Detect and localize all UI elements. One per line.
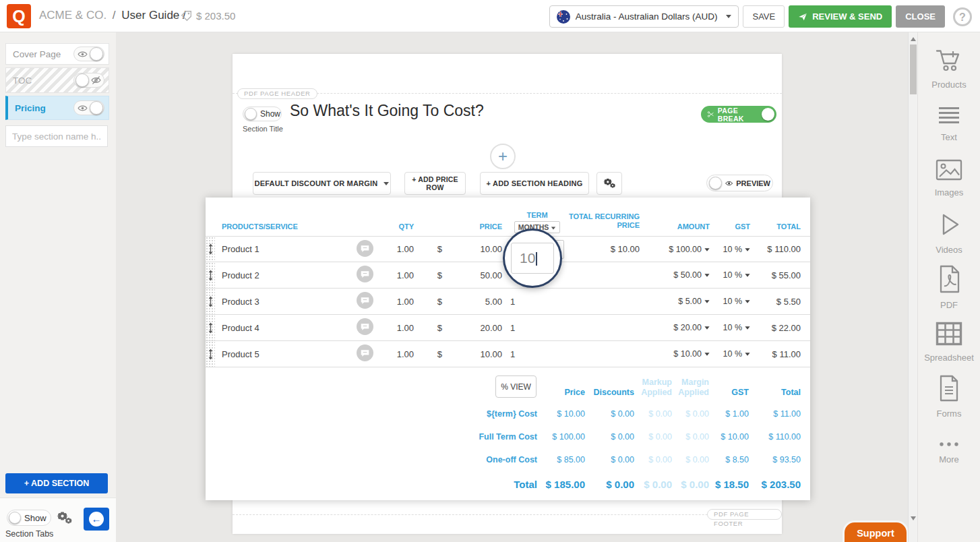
content-blocks-panel: ProductsTextImagesVideosPDFSpreadsheetFo…	[917, 32, 980, 542]
price-row: Product 31.00$5.001$ 5.0010 %$ 5.50	[206, 289, 810, 315]
scroll-up-arrow-icon[interactable]	[911, 37, 916, 41]
qty-value[interactable]: 1.00	[379, 349, 414, 359]
percent-view-button[interactable]: % VIEW	[495, 375, 537, 398]
drag-handle-icon[interactable]	[206, 262, 215, 288]
summary-column-discounts: Discounts	[585, 388, 634, 397]
comment-bubble-icon[interactable]	[350, 266, 379, 284]
visibility-toggle[interactable]	[73, 47, 104, 61]
section-tabs-toggle[interactable]: Show	[7, 510, 51, 526]
section-title[interactable]: So What's It Going To Cost?	[290, 102, 484, 120]
settings-gears-icon[interactable]	[57, 510, 73, 529]
panel-item-pdf[interactable]: PDF	[918, 260, 980, 315]
panel-item-products[interactable]: Products	[918, 42, 980, 96]
price-value[interactable]: 20.00	[446, 323, 502, 333]
summary-value: $ 110.00	[749, 432, 801, 442]
help-button[interactable]: ?	[953, 7, 972, 26]
panel-item-forms[interactable]: Forms	[918, 369, 980, 424]
page-break-toggle[interactable]: PAGE BREAK	[701, 106, 776, 123]
toggle-knob	[90, 47, 103, 61]
col-price: PRICE	[446, 222, 502, 236]
toggle-knob	[90, 101, 103, 115]
scrollbar-thumb[interactable]	[910, 44, 917, 94]
panel-item-images[interactable]: Images	[918, 151, 980, 206]
visibility-toggle[interactable]	[73, 73, 104, 88]
amount-dropdown[interactable]: $ 5.00	[640, 297, 710, 306]
new-section-name-input[interactable]	[5, 125, 108, 147]
comment-bubble-icon[interactable]	[350, 344, 379, 363]
summary-value: $ 0.00	[672, 455, 709, 464]
review-send-button[interactable]: REVIEW & SEND	[789, 5, 892, 28]
gst-dropdown[interactable]: 10 %	[710, 270, 750, 280]
sidebar-section-cover-page[interactable]: Cover Page	[5, 43, 109, 65]
summary-value: $ 100.00	[537, 432, 585, 442]
comment-bubble-icon[interactable]	[350, 240, 379, 259]
gst-dropdown[interactable]: 10 %	[710, 297, 750, 306]
drag-handle-icon[interactable]	[206, 341, 215, 367]
panel-item-text[interactable]: Text	[918, 96, 980, 151]
currency-symbol: $	[414, 349, 446, 359]
left-arrow-icon: ←	[89, 512, 104, 526]
default-discount-dropdown[interactable]: DEFAULT DISCOUNT OR MARGIN	[253, 172, 391, 195]
price-value[interactable]: 10.00	[446, 244, 502, 254]
gst-dropdown[interactable]: 10 %	[710, 245, 750, 254]
australia-flag-icon	[557, 10, 570, 24]
panel-item-more[interactable]: More	[918, 424, 980, 479]
section-title-show-toggle[interactable]: Show	[243, 107, 282, 121]
add-section-heading-button[interactable]: + ADD SECTION HEADING	[480, 172, 589, 195]
support-button[interactable]: Support	[845, 522, 907, 542]
panel-item-videos[interactable]: Videos	[918, 206, 980, 260]
gst-dropdown[interactable]: 10 %	[710, 349, 750, 359]
table-settings-button[interactable]	[596, 172, 622, 195]
scroll-down-arrow-icon[interactable]	[911, 516, 916, 520]
product-name[interactable]: Product 1	[215, 244, 350, 254]
price-value[interactable]: 50.00	[446, 270, 502, 280]
drag-handle-icon[interactable]	[206, 237, 215, 262]
save-button[interactable]: SAVE	[743, 5, 785, 28]
term-value[interactable]: 1	[510, 323, 515, 333]
breadcrumb-separator: /	[113, 9, 116, 22]
add-block-button[interactable]: +	[490, 144, 516, 169]
product-name[interactable]: Product 5	[215, 349, 350, 359]
breadcrumb-company[interactable]: ACME & CO.	[39, 9, 106, 22]
comment-bubble-icon[interactable]	[350, 318, 379, 337]
section-name: Pricing	[15, 103, 46, 113]
currency-selector[interactable]: Australia - Australian Dollars (AUD)	[549, 5, 739, 28]
drag-handle-icon[interactable]	[206, 289, 215, 314]
product-name[interactable]: Product 2	[215, 270, 350, 280]
pdf-page-footer-pill: PDF PAGE FOOTER	[707, 509, 782, 520]
amount-dropdown[interactable]: $ 100.00	[640, 245, 710, 254]
term-value[interactable]: 1	[510, 297, 515, 307]
col-amount: AMOUNT	[640, 222, 710, 236]
qty-value[interactable]: 1.00	[379, 270, 414, 280]
sidebar-section-toc[interactable]: TOC	[5, 67, 109, 93]
app-logo[interactable]: Q	[7, 4, 31, 28]
visibility-toggle[interactable]	[73, 100, 104, 115]
price-value[interactable]: 10.00	[446, 349, 502, 359]
product-name[interactable]: Product 4	[215, 323, 350, 333]
close-button[interactable]: CLOSE	[896, 5, 945, 28]
add-price-row-button[interactable]: + ADD PRICE ROW	[404, 172, 466, 195]
term-input-magnified[interactable]: 10	[511, 243, 554, 274]
comment-bubble-icon[interactable]	[350, 292, 379, 311]
preview-toggle[interactable]: PREVIEW	[706, 175, 773, 191]
drag-handle-icon[interactable]	[206, 315, 215, 340]
qty-value[interactable]: 1.00	[379, 244, 414, 254]
collapse-sidebar-button[interactable]: ←	[84, 508, 109, 531]
add-section-button[interactable]: + ADD SECTION	[5, 473, 108, 493]
section-tabs-toggle-label: Show	[24, 513, 47, 523]
amount-dropdown[interactable]: $ 10.00	[640, 349, 710, 359]
gst-dropdown[interactable]: 10 %	[710, 323, 750, 332]
panel-item-spreadsheet[interactable]: Spreadsheet	[918, 315, 980, 369]
amount-dropdown[interactable]: $ 20.00	[640, 323, 710, 332]
breadcrumb-document[interactable]: User Guide /	[121, 9, 185, 22]
product-name[interactable]: Product 3	[215, 297, 350, 307]
sidebar-section-pricing[interactable]: Pricing	[5, 96, 109, 120]
summary-value: $ 1.00	[709, 409, 749, 419]
qty-value[interactable]: 1.00	[379, 297, 414, 307]
price-value[interactable]: 5.00	[446, 297, 502, 307]
term-value[interactable]: 1	[510, 349, 515, 359]
summary-value: $ 0.00	[634, 479, 672, 490]
qty-value[interactable]: 1.00	[379, 323, 414, 333]
vertical-scrollbar[interactable]	[908, 32, 917, 542]
amount-dropdown[interactable]: $ 50.00	[640, 270, 710, 280]
